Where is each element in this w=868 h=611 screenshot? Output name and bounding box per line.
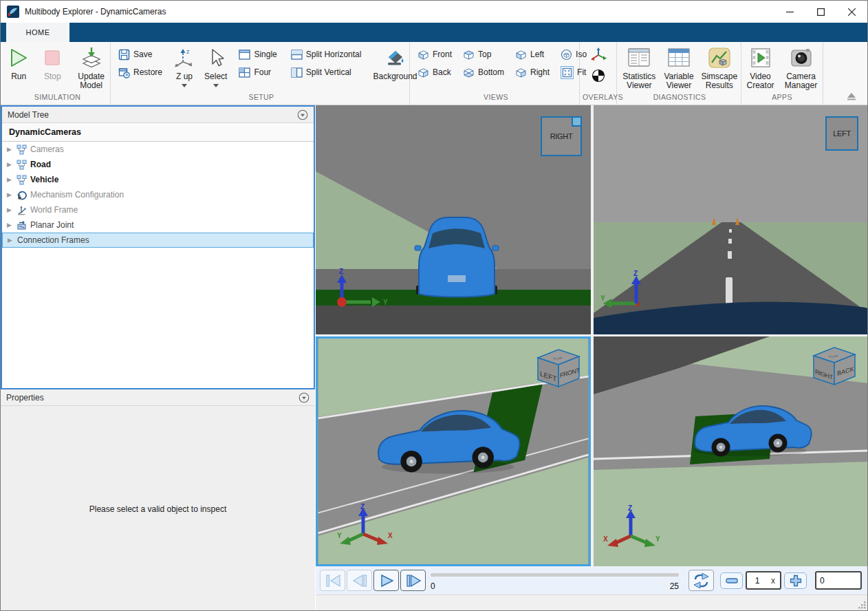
minimize-button[interactable]	[774, 1, 805, 23]
close-button[interactable]	[836, 1, 867, 23]
model-tree-title: Model Tree	[8, 110, 49, 120]
camera-manager-button[interactable]: Camera Manager	[782, 42, 820, 90]
axis-label-y: Y	[655, 535, 660, 543]
view-top-button[interactable]: Top	[461, 47, 506, 62]
axis-label-z: Z	[360, 504, 365, 511]
playback-speed-input[interactable]	[747, 576, 768, 586]
playback-toolbar: 0 25 x	[316, 566, 868, 594]
properties-title: Properties	[6, 393, 44, 403]
resize-grip[interactable]	[856, 599, 867, 610]
ribbon-toolbar: Run Stop Update Model SIMULATION	[1, 42, 867, 105]
view-cube-3d[interactable]: TOP LEFT FRONT	[532, 345, 585, 389]
viewport-bottom-right[interactable]: Z X Y TOP RIGHT BACK	[594, 336, 868, 566]
tree-root-node[interactable]: DynamicCameras	[2, 123, 314, 142]
right-view-icon	[515, 67, 527, 78]
maximize-button[interactable]	[805, 1, 836, 23]
collapse-ribbon-button[interactable]	[845, 91, 858, 100]
title-bar: Multibody Explorer - DynamicCameras	[1, 1, 867, 23]
play-icon	[378, 573, 395, 588]
view-cube[interactable]: LEFT	[825, 116, 858, 151]
speed-unit-label: x	[771, 576, 775, 586]
split-vertical-button[interactable]: Split Vertical	[289, 65, 364, 80]
z-up-button[interactable]: z Z up	[174, 42, 195, 87]
bottom-view-icon	[463, 67, 475, 78]
timeline-slider[interactable]	[431, 573, 679, 577]
run-button[interactable]: Run	[8, 42, 30, 81]
tree-item-mechanism-configuration[interactable]: Mechanism Configuration	[2, 187, 314, 202]
viewport-top-left[interactable]: Z Y RIGHT	[316, 105, 591, 334]
step-back-button[interactable]	[347, 570, 372, 591]
close-icon	[848, 8, 856, 16]
expand-arrow-icon[interactable]	[7, 222, 17, 228]
tab-home[interactable]: HOME	[6, 23, 69, 42]
speed-decrease-button[interactable]	[720, 572, 743, 589]
frames-overlay-button[interactable]	[589, 46, 608, 64]
view-cube-3d[interactable]: TOP RIGHT BACK	[808, 343, 860, 387]
minus-icon	[726, 578, 738, 583]
single-layout-icon	[239, 49, 250, 61]
view-bottom-button[interactable]: Bottom	[461, 65, 506, 80]
viewport-bottom-left[interactable]: Z Y X TOP LEFT FRONT	[316, 336, 591, 566]
statistics-viewer-icon	[627, 47, 651, 68]
simscape-results-button[interactable]: Simscape Results	[700, 42, 738, 90]
expand-arrow-icon[interactable]	[7, 191, 17, 198]
axis-triad: Z Y X	[337, 504, 393, 548]
status-strip	[316, 594, 868, 611]
single-view-button[interactable]: Single	[237, 47, 279, 62]
expand-arrow-icon[interactable]	[7, 161, 17, 168]
loop-button[interactable]	[688, 570, 714, 591]
app-window: Multibody Explorer - DynamicCameras HOME…	[0, 0, 868, 611]
window-title: Multibody Explorer - DynamicCameras	[25, 7, 166, 17]
variable-viewer-icon	[667, 47, 691, 68]
view-back-button[interactable]: Back	[415, 65, 454, 80]
axis-label-y: Y	[600, 294, 605, 302]
speed-increase-button[interactable]	[784, 572, 807, 589]
axis-label-y: Y	[383, 299, 388, 306]
restore-button[interactable]: Restore	[116, 65, 164, 80]
expand-arrow-icon[interactable]	[7, 206, 17, 213]
tree-item-vehicle[interactable]: Vehicle	[2, 172, 314, 187]
center-of-mass-icon	[592, 69, 605, 83]
split-horizontal-button[interactable]: Split Horizontal	[289, 47, 364, 62]
playback-speed-field[interactable]: x	[746, 571, 781, 590]
tree-item-cameras[interactable]: Cameras	[2, 142, 314, 157]
view-cube-corner[interactable]	[572, 116, 582, 127]
current-time-field[interactable]	[815, 571, 862, 590]
step-forward-button[interactable]	[400, 570, 426, 591]
select-button[interactable]: Select	[204, 42, 227, 87]
expand-arrow-icon[interactable]	[8, 237, 17, 244]
update-model-button[interactable]: Update Model	[75, 42, 107, 90]
z-up-dropdown-arrow[interactable]	[182, 84, 187, 87]
collapse-panel-icon[interactable]	[297, 109, 308, 120]
video-creator-button[interactable]: Video Creator	[744, 42, 777, 90]
tree-item-road[interactable]: Road	[2, 157, 314, 172]
statistics-viewer-button[interactable]: Statistics Viewer	[621, 42, 658, 90]
collapse-panel-icon[interactable]	[299, 392, 310, 403]
play-button[interactable]	[373, 570, 399, 591]
tree-item-world-frame[interactable]: World Frame	[2, 202, 314, 217]
viewport-top-right[interactable]: Y Z LEFT	[594, 105, 868, 334]
save-icon	[118, 49, 130, 61]
subsystem-icon	[17, 175, 27, 185]
split-vertical-icon	[291, 67, 303, 78]
view-left-button[interactable]: Left	[513, 47, 552, 62]
variable-viewer-button[interactable]: Variable Viewer	[662, 42, 697, 90]
save-button[interactable]: Save	[116, 47, 164, 62]
current-time-input[interactable]	[816, 576, 856, 586]
viewport-grid: Z Y RIGHT	[316, 105, 868, 566]
select-dropdown-arrow[interactable]	[213, 84, 219, 87]
stop-button[interactable]: Stop	[41, 42, 64, 81]
restore-icon	[118, 67, 130, 78]
center-of-mass-overlay-button[interactable]	[589, 67, 608, 85]
view-right-button[interactable]: Right	[513, 65, 552, 80]
tree-item-connection-frames[interactable]: Connection Frames	[2, 233, 314, 248]
expand-arrow-icon[interactable]	[7, 146, 17, 153]
expand-arrow-icon[interactable]	[7, 176, 17, 183]
tree-item-planar-joint[interactable]: Planar Joint	[2, 217, 314, 233]
go-to-start-button[interactable]	[320, 570, 345, 591]
view-front-button[interactable]: Front	[415, 47, 454, 62]
section-apps: Video Creator Camera Manager APPS	[741, 42, 823, 105]
four-views-button[interactable]: Four	[237, 65, 279, 80]
plus-icon	[790, 575, 802, 587]
view-cube[interactable]: RIGHT	[541, 116, 582, 156]
